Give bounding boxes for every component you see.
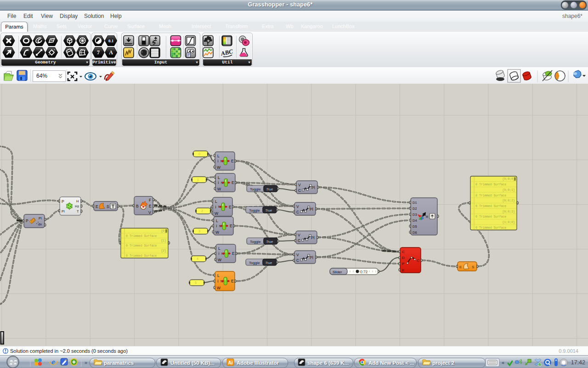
svg-text:Ai: Ai (228, 360, 233, 365)
svg-text:»: » (85, 360, 87, 365)
svg-text:«: « (502, 360, 504, 365)
